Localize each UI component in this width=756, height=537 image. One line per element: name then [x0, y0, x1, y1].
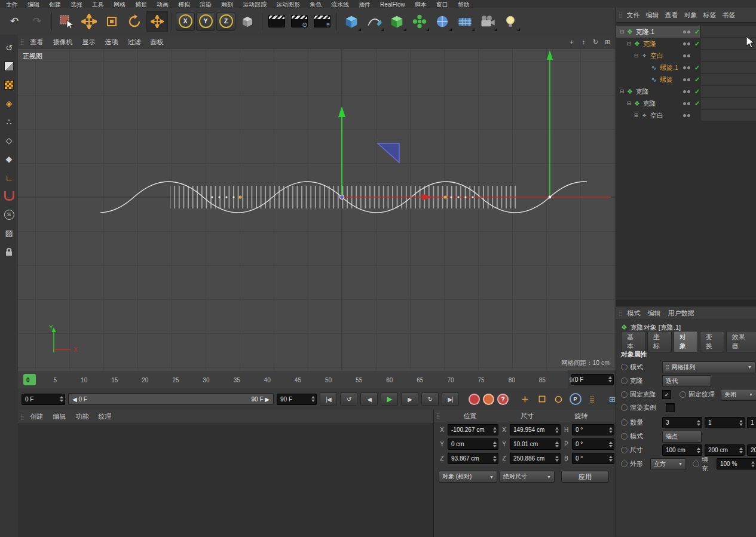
texture-mode-button[interactable]	[1, 78, 17, 92]
vp-menu-panel[interactable]: 面板	[146, 38, 169, 47]
object-label[interactable]: 克隆	[636, 87, 649, 96]
visibility-dots[interactable]	[683, 26, 690, 38]
keyframe-circle[interactable]	[621, 404, 628, 411]
object-row[interactable]: ⊟ ⌖ 空白	[616, 50, 756, 62]
count-y-field[interactable]: 1	[705, 417, 745, 428]
menu-sculpt[interactable]: 雕刻	[216, 0, 238, 8]
menu-snap[interactable]: 捕捉	[130, 0, 152, 8]
lock-workplane-button[interactable]	[1, 244, 17, 259]
object-label[interactable]: 空白	[650, 111, 663, 120]
next-frame-button[interactable]: ▶	[401, 392, 418, 406]
preview-range-slider[interactable]: ◀ 0 F 90 F ▶	[68, 393, 274, 405]
current-frame-field[interactable]: 0 F	[22, 394, 65, 405]
position-z-field[interactable]: 93.867 cm	[448, 453, 498, 464]
play-button[interactable]: ▶	[381, 392, 398, 406]
record-rotation-button[interactable]	[552, 393, 565, 405]
menu-script[interactable]: 脚本	[410, 0, 431, 8]
spinner[interactable]	[608, 376, 612, 382]
points-mode-button[interactable]: ∴	[1, 115, 17, 129]
object-row[interactable]: ∿ 螺旋.1 ✓	[616, 62, 756, 73]
expand-icon[interactable]: ⊟	[633, 53, 639, 59]
spinner[interactable]	[609, 441, 613, 447]
left-arrow-icon[interactable]: ◀	[72, 396, 77, 403]
next-key-button[interactable]: ↻	[421, 392, 439, 406]
apply-button[interactable]: 应用	[561, 471, 609, 483]
om-menu-tags[interactable]: 标签	[700, 11, 720, 20]
paint-mode-button[interactable]: ▨	[1, 226, 17, 240]
vp-menu-display[interactable]: 显示	[78, 38, 100, 47]
viewport-scene[interactable]: Y X	[18, 49, 616, 370]
rotation-b-field[interactable]: 0 °	[572, 453, 614, 464]
position-y-field[interactable]: 0 cm	[448, 438, 498, 450]
menu-plugins[interactable]: 插件	[354, 0, 375, 8]
menu-mesh[interactable]: 网格	[109, 0, 130, 8]
object-label[interactable]: 空白	[650, 51, 663, 60]
menu-animate[interactable]: 动画	[152, 0, 173, 8]
enabled-check[interactable]: ✓	[694, 28, 700, 36]
spinner[interactable]	[493, 441, 497, 447]
enabled-check[interactable]: ✓	[694, 88, 700, 96]
object-label[interactable]: 克隆.1	[636, 27, 654, 36]
keyframe-options-button[interactable]: ?	[497, 394, 509, 405]
mat-menu-texture[interactable]: 纹理	[94, 412, 117, 421]
menu-render[interactable]: 渲染	[195, 0, 216, 8]
last-used-tool-button[interactable]	[146, 11, 168, 32]
vp-menu-filter[interactable]: 过滤	[123, 38, 146, 47]
spinner[interactable]	[739, 447, 743, 453]
tab-coordinates[interactable]: 坐标	[647, 331, 672, 352]
redo-button[interactable]: ↷	[26, 11, 48, 32]
tab-effectors[interactable]: 效果器	[726, 331, 756, 352]
rotation-h-field[interactable]: 0 °	[572, 424, 614, 435]
right-arrow-icon[interactable]: ▶	[265, 396, 270, 403]
render-instance-checkbox[interactable]	[666, 403, 675, 412]
object-row[interactable]: ⊟ ❖ 克隆 ✓	[616, 85, 756, 97]
add-light-button[interactable]	[500, 11, 521, 32]
om-menu-bookmarks[interactable]: 书签	[720, 11, 739, 20]
spinner[interactable]	[311, 396, 315, 402]
visibility-dots[interactable]	[683, 38, 690, 50]
visibility-dots[interactable]	[683, 97, 690, 109]
live-selection-button[interactable]	[56, 11, 77, 32]
vp-menu-options[interactable]: 选项	[100, 38, 123, 47]
size-mode-dropdown[interactable]: 绝对尺寸▼	[500, 471, 555, 483]
viewport-canvas[interactable]: Y X 正视图 网格间距：10 cm	[18, 49, 616, 370]
undo-button[interactable]: ↶	[4, 11, 25, 32]
prev-key-button[interactable]: ↺	[340, 392, 357, 406]
tab-basic[interactable]: 基本	[621, 331, 645, 352]
menu-file[interactable]: 文件	[1, 0, 23, 8]
make-editable-button[interactable]: ↺	[1, 41, 17, 55]
spinner[interactable]	[555, 441, 559, 447]
object-row[interactable]: ∿ 螺旋 ✓	[616, 73, 756, 85]
keyframe-selection-button[interactable]: ⣿	[585, 393, 599, 405]
add-spline-button[interactable]	[363, 11, 385, 32]
shape-dropdown[interactable]: 立方 ▼	[650, 458, 686, 470]
expand-icon[interactable]: ⊟	[619, 88, 625, 94]
object-label[interactable]: 克隆	[643, 39, 656, 48]
menu-select[interactable]: 选择	[66, 0, 87, 8]
add-environment-button[interactable]	[454, 11, 476, 32]
size-x-field[interactable]: 100 cm	[662, 444, 702, 456]
om-menu-view[interactable]: 查看	[662, 11, 681, 20]
om-menu-file[interactable]: 文件	[624, 11, 643, 20]
visibility-dots[interactable]	[683, 50, 690, 62]
enabled-check[interactable]: ✓	[694, 40, 700, 48]
clones-dropdown[interactable]: 迭代	[662, 375, 711, 387]
tab-object[interactable]: 对象	[674, 331, 698, 352]
spinner[interactable]	[609, 427, 613, 433]
menu-simulate[interactable]: 模拟	[173, 0, 195, 8]
tab-transform[interactable]: 变换	[700, 331, 724, 352]
record-parameter-button[interactable]: P	[568, 393, 582, 405]
keyframe-circle[interactable]	[621, 447, 628, 453]
clone-mode-dropdown[interactable]: ⣿ 网格排列 ▼	[662, 361, 755, 373]
enable-axis-button[interactable]: ∟	[1, 170, 17, 185]
panel-grip[interactable]: ⣿	[20, 39, 24, 45]
visibility-dots[interactable]	[683, 73, 690, 85]
record-position-button[interactable]	[518, 393, 532, 405]
prev-frame-button[interactable]: ◀	[360, 392, 378, 406]
menu-help[interactable]: 帮助	[453, 0, 475, 8]
snap-toggle-button[interactable]	[1, 189, 17, 203]
rotate-tool-button[interactable]	[124, 11, 145, 32]
panel-grip[interactable]: ⣿	[619, 310, 622, 316]
coordinate-mode-dropdown[interactable]: 对象 (相对)▼	[439, 471, 497, 483]
object-row[interactable]: ⊞ ⌖ 空白	[616, 109, 756, 121]
